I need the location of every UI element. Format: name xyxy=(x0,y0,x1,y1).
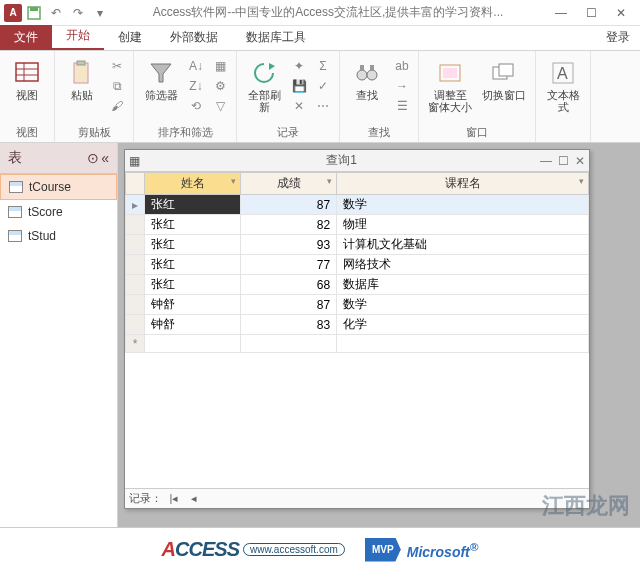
binoculars-icon xyxy=(353,59,381,87)
toggle-filter-icon[interactable]: ▽ xyxy=(210,97,230,115)
totals-icon[interactable]: Σ xyxy=(313,57,333,75)
tab-external-data[interactable]: 外部数据 xyxy=(156,25,232,50)
group-view: 视图 视图 xyxy=(0,51,55,142)
sort-asc-icon[interactable]: A↓ xyxy=(186,57,206,75)
ribbon-tabs: 文件 开始 创建 外部数据 数据库工具 登录 xyxy=(0,26,640,51)
navpane-collapse-icon[interactable]: « xyxy=(101,150,109,166)
query-window-titlebar[interactable]: ▦ 查询1 — ☐ ✕ xyxy=(125,150,589,172)
paste-button[interactable]: 粘贴 xyxy=(61,55,103,101)
svg-rect-7 xyxy=(77,61,85,65)
record-navigator: 记录： |◂ ◂ xyxy=(125,488,589,508)
nav-item-tcourse[interactable]: tCourse xyxy=(0,174,117,200)
minimize-button[interactable]: — xyxy=(546,2,576,24)
paste-icon xyxy=(68,59,96,87)
advanced-filter-icon[interactable]: ⚙ xyxy=(210,77,230,95)
svg-point-11 xyxy=(367,70,377,80)
goto-icon[interactable]: → xyxy=(392,77,412,95)
spelling-icon[interactable]: ✓ xyxy=(313,77,333,95)
navpane-header[interactable]: 表 ⊙ « xyxy=(0,143,117,174)
mvp-logo: MVP Microsoft® xyxy=(365,538,479,562)
svg-rect-17 xyxy=(499,64,513,76)
new-row-marker: * xyxy=(126,335,145,353)
nav-item-label: tStud xyxy=(28,229,56,243)
group-label-textfmt xyxy=(542,127,584,140)
new-record-icon[interactable]: ✦ xyxy=(289,57,309,75)
navpane-title: 表 xyxy=(8,149,22,167)
access-logo-icon: A xyxy=(4,4,22,22)
svg-rect-1 xyxy=(30,7,38,11)
datasheet-grid[interactable]: 姓名▾ 成绩▾ 课程名▾ ▸张红87数学 张红82物理 张红93计算机文化基础 … xyxy=(125,172,589,488)
view-button[interactable]: 视图 xyxy=(6,55,48,101)
tab-home[interactable]: 开始 xyxy=(52,23,104,50)
size-to-fit-icon xyxy=(436,59,464,87)
text-a-icon: A xyxy=(549,59,577,87)
subwin-close-icon[interactable]: ✕ xyxy=(575,154,585,168)
maximize-button[interactable]: ☐ xyxy=(576,2,606,24)
tab-database-tools[interactable]: 数据库工具 xyxy=(232,25,320,50)
nav-item-label: tScore xyxy=(28,205,63,219)
table-row: ▸张红87数学 xyxy=(126,195,589,215)
group-label-view: 视图 xyxy=(6,124,48,140)
svg-rect-2 xyxy=(16,63,38,81)
subwin-minimize-icon[interactable]: — xyxy=(540,154,552,168)
select-icon[interactable]: ☰ xyxy=(392,97,412,115)
replace-icon[interactable]: ab xyxy=(392,57,412,75)
navigation-pane: 表 ⊙ « tCourse tScore tStud xyxy=(0,143,118,527)
col-course: 课程名▾ xyxy=(337,173,589,195)
query-window: ▦ 查询1 — ☐ ✕ 姓名▾ 成绩▾ 课程名▾ xyxy=(124,149,590,509)
table-icon xyxy=(8,206,22,218)
delete-record-icon[interactable]: ✕ xyxy=(289,97,309,115)
tab-file[interactable]: 文件 xyxy=(0,25,52,50)
login-link[interactable]: 登录 xyxy=(596,25,640,50)
group-text-format: A 文本格式 xyxy=(536,51,591,142)
prev-record-button[interactable]: ◂ xyxy=(186,492,202,505)
save-record-icon[interactable]: 💾 xyxy=(289,77,309,95)
group-label-window: 窗口 xyxy=(425,124,529,140)
table-icon xyxy=(9,181,23,193)
find-button[interactable]: 查找 xyxy=(346,55,388,101)
sort-desc-icon[interactable]: Z↓ xyxy=(186,77,206,95)
query-window-title: 查询1 xyxy=(143,152,540,169)
chevron-down-icon[interactable]: ▾ xyxy=(231,176,236,186)
table-row: 张红93计算机文化基础 xyxy=(126,235,589,255)
nav-item-tscore[interactable]: tScore xyxy=(0,200,117,224)
switch-window-button[interactable]: 切换窗口 xyxy=(479,55,529,101)
svg-rect-15 xyxy=(443,68,457,78)
tab-create[interactable]: 创建 xyxy=(104,25,156,50)
subwin-maximize-icon[interactable]: ☐ xyxy=(558,154,569,168)
group-window: 调整至 窗体大小 切换窗口 窗口 xyxy=(419,51,536,142)
funnel-icon xyxy=(147,59,175,87)
chevron-down-icon[interactable]: ▾ xyxy=(579,176,584,186)
group-label-clipboard: 剪贴板 xyxy=(61,124,127,140)
table-row: 张红82物理 xyxy=(126,215,589,235)
first-record-button[interactable]: |◂ xyxy=(166,492,182,505)
undo-icon[interactable]: ↶ xyxy=(46,3,66,23)
group-label-records: 记录 xyxy=(243,124,333,140)
nav-item-tstud[interactable]: tStud xyxy=(0,224,117,248)
table-icon xyxy=(8,230,22,242)
redo-icon[interactable]: ↷ xyxy=(68,3,88,23)
svg-rect-12 xyxy=(360,65,364,71)
close-button[interactable]: ✕ xyxy=(606,2,636,24)
cut-icon[interactable]: ✂ xyxy=(107,57,127,75)
filter-button[interactable]: 筛选器 xyxy=(140,55,182,101)
more-records-icon[interactable]: ⋯ xyxy=(313,97,333,115)
text-format-button[interactable]: A 文本格式 xyxy=(542,55,584,113)
svg-point-10 xyxy=(357,70,367,80)
copy-icon[interactable]: ⧉ xyxy=(107,77,127,95)
chevron-down-icon[interactable]: ▾ xyxy=(327,176,332,186)
navpane-dropdown-icon[interactable]: ⊙ xyxy=(87,150,99,166)
quick-access-toolbar: A ↶ ↷ ▾ xyxy=(4,3,110,23)
selection-filter-icon[interactable]: ▦ xyxy=(210,57,230,75)
datasheet-view-icon xyxy=(13,59,41,87)
qat-dropdown-icon[interactable]: ▾ xyxy=(90,3,110,23)
new-row: * xyxy=(126,335,589,353)
save-icon[interactable] xyxy=(24,3,44,23)
group-find: 查找 ab → ☰ 查找 xyxy=(340,51,419,142)
refresh-all-button[interactable]: 全部刷新 xyxy=(243,55,285,113)
size-to-fit-button[interactable]: 调整至 窗体大小 xyxy=(425,55,475,113)
svg-marker-9 xyxy=(269,63,275,70)
group-records: 全部刷新 ✦ 💾 ✕ Σ ✓ ⋯ 记录 xyxy=(237,51,340,142)
remove-sort-icon[interactable]: ⟲ xyxy=(186,97,206,115)
format-painter-icon[interactable]: 🖌 xyxy=(107,97,127,115)
